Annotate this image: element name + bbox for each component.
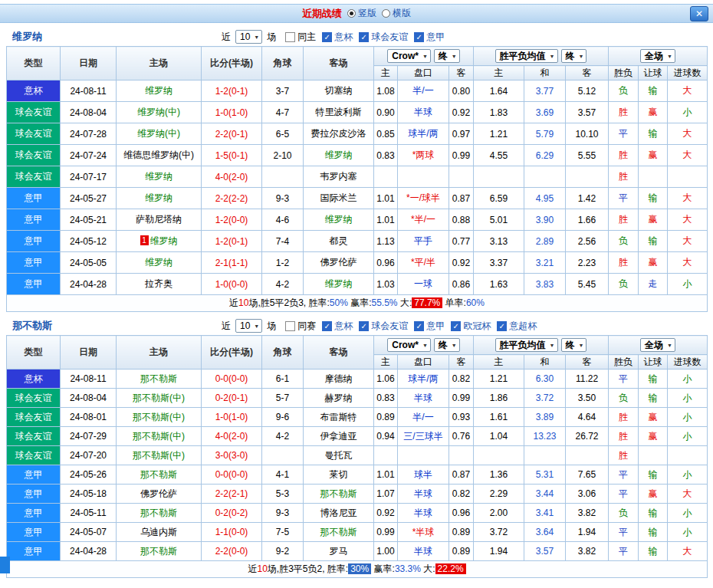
home-team-name: 那不勒斯 — [140, 546, 177, 557]
section-header: 那不勒斯近10▼场同赛✓意杯✓球会友谊✓意甲✓欧冠杯✓意超杯 — [6, 317, 707, 335]
filter-checkbox-label[interactable]: 同主 — [297, 31, 316, 44]
sub-header-result-goals: 进球数 — [668, 66, 708, 80]
cell-result-wdl: 负 — [609, 274, 639, 295]
cell-handicap: 球半/两 — [398, 123, 449, 145]
summary-text: 近10场,胜5平2负3, 胜率:50% 赢率:55.5% 大:77.7% 单率:… — [7, 295, 708, 312]
scope-select-value: 全场 — [645, 339, 663, 352]
match-count-select[interactable]: 10▼ — [235, 30, 262, 44]
cell-result-goals: 大 — [668, 188, 708, 209]
red-card-badge: 1 — [140, 235, 149, 245]
cell-date: 24-05-27 — [61, 188, 117, 209]
cell-result-wdl: 胜 — [609, 252, 639, 274]
home-team-name: 那不勒斯 — [140, 469, 177, 480]
filter-checkbox[interactable]: ✓ — [322, 32, 332, 42]
radio-icon[interactable] — [382, 9, 390, 18]
europe-final-select[interactable]: 终▼ — [561, 49, 587, 63]
scope-select-value: 全场 — [645, 50, 663, 63]
filter-checkbox-label[interactable]: 欧冠杯 — [463, 320, 491, 333]
match-count-select[interactable]: 10▼ — [235, 319, 262, 333]
cell-result-goals: 小 — [668, 427, 708, 446]
filter-checkbox[interactable]: ✓ — [414, 32, 424, 42]
col-header-corner: 角球 — [262, 336, 304, 370]
match-count-select-value: 10 — [240, 320, 250, 331]
close-button[interactable]: ✕ — [690, 6, 708, 21]
cell-result-handicap: 输 — [639, 370, 668, 389]
filter-checkbox-label[interactable]: 意甲 — [426, 320, 445, 333]
cell-europe-draw-odds: 2.89 — [524, 231, 566, 252]
filter-checkbox-label[interactable]: 意杯 — [334, 31, 353, 44]
cell-score: 1-1(0-0) — [202, 523, 262, 542]
cell-europe-home-odds: 4.55 — [474, 145, 524, 166]
cell-away-team: 赫罗纳 — [304, 389, 374, 408]
competition-badge: 球会友谊 — [7, 123, 60, 144]
cell-asia-away-odds: 0.88 — [449, 209, 474, 231]
cell-home-team: 拉齐奥 — [117, 274, 202, 295]
home-team-name: 佛罗伦萨 — [140, 488, 177, 499]
match-row: 球会友谊24-08-04维罗纳(中)1-0(1-0)4-7特里波利斯0.90半球… — [7, 102, 708, 123]
filter-checkbox[interactable] — [285, 321, 295, 331]
cell-result-handicap: 输 — [639, 504, 668, 523]
filter-checkbox-label[interactable]: 意超杯 — [509, 320, 537, 333]
match-row: 意甲24-04-28拉齐奥1-0(0-0)4-2维罗纳1.03一球0.861.6… — [7, 274, 708, 295]
radio-option[interactable]: 横版 — [382, 7, 411, 20]
cell-corner: 4-2 — [262, 427, 304, 446]
away-team-name: 伊拿迪亚 — [320, 431, 357, 442]
competition-badge: 球会友谊 — [7, 427, 60, 445]
cell-asia-home-odds: 0.83 — [374, 389, 398, 408]
europe-final-select-value: 终 — [566, 50, 575, 63]
cell-europe-draw-odds: 3.44 — [524, 485, 566, 504]
europe-source-select[interactable]: 胜平负均值▼ — [495, 49, 558, 63]
europe-final-select[interactable]: 终▼ — [561, 338, 587, 352]
cell-asia-away-odds — [449, 446, 474, 465]
away-team-name: 赫罗纳 — [325, 393, 353, 403]
cell-asia-away-odds: 0.92 — [449, 252, 474, 274]
asia-final-select[interactable]: 终▼ — [434, 338, 460, 352]
scope-select[interactable]: 全场▼ — [640, 49, 675, 63]
sub-header-asia-handicap: 盘口 — [398, 355, 449, 370]
cell-corner: 7-4 — [262, 231, 304, 252]
results-table: 类型日期主场比分(半场)角球客场Crow*▼终▼胜平负均值▼终▼全场▼主盘口客主… — [6, 46, 708, 312]
radio-icon[interactable] — [347, 9, 356, 18]
cell-europe-home-odds: 1.21 — [474, 123, 524, 145]
filter-checkbox[interactable]: ✓ — [322, 321, 332, 331]
asia-source-select[interactable]: Crow*▼ — [387, 49, 431, 63]
cell-result-wdl: 负 — [609, 231, 639, 252]
scope-select[interactable]: 全场▼ — [640, 338, 675, 352]
cell-home-team: 维德思维罗纳(中) — [117, 145, 202, 166]
cell-score: 3-0(3-0) — [202, 446, 262, 465]
asia-source-select[interactable]: Crow*▼ — [387, 338, 431, 352]
filter-checkbox[interactable]: ✓ — [414, 321, 424, 331]
filter-checkbox[interactable]: ✓ — [497, 321, 507, 331]
asia-final-select[interactable]: 终▼ — [434, 49, 460, 63]
match-row: 意杯24-08-11维罗纳1-2(0-1)3-7切塞纳1.08半/一0.801.… — [7, 80, 708, 102]
filter-checkbox[interactable]: ✓ — [359, 32, 369, 42]
filter-checkbox[interactable]: ✓ — [359, 321, 369, 331]
cell-asia-away-odds: 0.96 — [449, 504, 474, 523]
cell-asia-home-odds: 0.96 — [374, 252, 398, 274]
competition-badge: 意杯 — [7, 370, 60, 388]
cell-handicap: 半球 — [398, 102, 449, 123]
filter-checkbox-label[interactable]: 意杯 — [334, 320, 353, 333]
filter-checkbox-label[interactable]: 球会友谊 — [371, 320, 408, 333]
away-team-name: 那不勒斯 — [320, 527, 357, 537]
cell-date: 24-05-12 — [61, 231, 117, 252]
filter-checkbox[interactable] — [285, 32, 295, 42]
filter-checkbox[interactable]: ✓ — [451, 321, 461, 331]
filter-games-label: 场 — [267, 320, 276, 333]
filter-checkbox-label[interactable]: 同赛 — [297, 320, 316, 333]
radio-option[interactable]: 竖版 — [347, 7, 376, 20]
filter-checkbox-label[interactable]: 球会友谊 — [371, 31, 408, 44]
cell-score: 2-2(2-2) — [202, 188, 262, 209]
home-team-name: 维罗纳 — [150, 235, 178, 246]
cell-home-team: 佛罗伦萨 — [117, 485, 202, 504]
filter-checkbox-label[interactable]: 意甲 — [426, 31, 445, 44]
cell-europe-draw-odds — [524, 446, 566, 465]
europe-source-select[interactable]: 胜平负均值▼ — [495, 338, 558, 352]
cell-europe-draw-odds: 3.64 — [524, 523, 566, 542]
cell-europe-draw-odds: 3.72 — [524, 389, 566, 408]
cell-result-goals: 大 — [668, 485, 708, 504]
cell-europe-away-odds: 1.66 — [566, 209, 609, 231]
layout-radio-group: 竖版横版 — [342, 7, 411, 21]
away-team-name: 切塞纳 — [325, 85, 353, 96]
cell-result-handicap: 输 — [639, 389, 668, 408]
